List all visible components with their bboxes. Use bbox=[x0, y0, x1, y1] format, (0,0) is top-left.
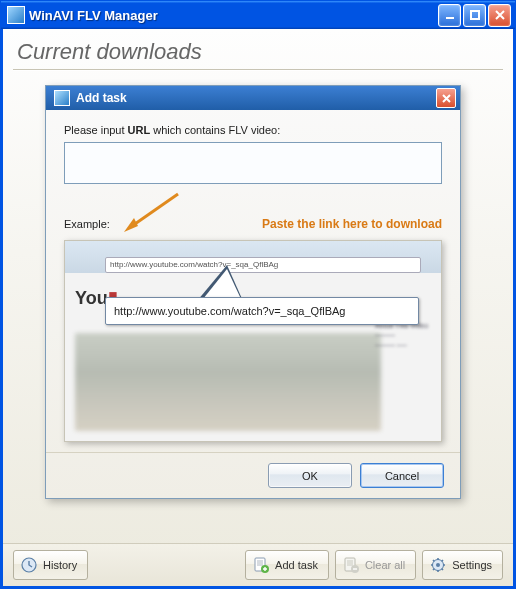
gear-icon bbox=[429, 556, 447, 574]
instruction-pre: Please input bbox=[64, 124, 128, 136]
url-instruction: Please input URL which contains FLV vide… bbox=[64, 124, 442, 136]
divider bbox=[13, 69, 503, 71]
add-task-button[interactable]: Add task bbox=[245, 550, 329, 580]
app-icon bbox=[7, 6, 25, 24]
dialog-body: Please input URL which contains FLV vide… bbox=[46, 110, 460, 452]
example-label: Example: bbox=[64, 218, 110, 230]
close-icon bbox=[442, 94, 451, 103]
dialog-titlebar[interactable]: Add task bbox=[46, 86, 460, 110]
window-title: WinAVI FLV Manager bbox=[29, 8, 436, 23]
history-label: History bbox=[43, 559, 77, 571]
svg-rect-1 bbox=[471, 11, 479, 19]
titlebar[interactable]: WinAVI FLV Manager bbox=[1, 1, 515, 29]
add-task-icon bbox=[252, 556, 270, 574]
clear-all-icon bbox=[342, 556, 360, 574]
instruction-post: which contains FLV video: bbox=[150, 124, 280, 136]
svg-rect-0 bbox=[446, 17, 454, 19]
example-address-bar: http://www.youtube.com/watch?v=_sqa_QflB… bbox=[105, 257, 421, 273]
ok-button[interactable]: OK bbox=[268, 463, 352, 488]
dialog-icon bbox=[54, 90, 70, 106]
content-area: Add task Please input URL which contains… bbox=[3, 81, 513, 543]
history-button[interactable]: History bbox=[13, 550, 88, 580]
example-callout: http://www.youtube.com/watch?v=_sqa_QflB… bbox=[105, 297, 419, 325]
hint-row: Example: Paste the link here to download bbox=[64, 212, 442, 236]
main-window: WinAVI FLV Manager Current downloads Add… bbox=[0, 0, 516, 589]
dialog-title: Add task bbox=[76, 91, 436, 105]
example-image: http://www.youtube.com/watch?v=_sqa_QflB… bbox=[64, 240, 442, 442]
bottom-toolbar: History Add task Clear all Settings bbox=[3, 543, 513, 586]
minimize-icon bbox=[445, 10, 455, 20]
dialog-buttons: OK Cancel bbox=[46, 452, 460, 498]
close-button[interactable] bbox=[488, 4, 511, 27]
maximize-button[interactable] bbox=[463, 4, 486, 27]
arrow-wrap bbox=[116, 212, 256, 236]
cancel-button[interactable]: Cancel bbox=[360, 463, 444, 488]
add-task-dialog: Add task Please input URL which contains… bbox=[45, 85, 461, 499]
arrow-icon bbox=[116, 190, 186, 238]
close-icon bbox=[495, 10, 505, 20]
example-video-area bbox=[75, 333, 381, 431]
hint-text: Paste the link here to download bbox=[262, 217, 442, 231]
dialog-close-button[interactable] bbox=[436, 88, 456, 108]
settings-label: Settings bbox=[452, 559, 492, 571]
minimize-button[interactable] bbox=[438, 4, 461, 27]
callout-url: http://www.youtube.com/watch?v=_sqa_QflB… bbox=[114, 305, 345, 317]
maximize-icon bbox=[470, 10, 480, 20]
page-title: Current downloads bbox=[3, 29, 513, 69]
clear-all-button[interactable]: Clear all bbox=[335, 550, 416, 580]
example-sidebar: About This Video──────── ── bbox=[375, 321, 435, 431]
history-icon bbox=[20, 556, 38, 574]
add-task-label: Add task bbox=[275, 559, 318, 571]
instruction-bold: URL bbox=[128, 124, 151, 136]
svg-point-8 bbox=[436, 563, 440, 567]
settings-button[interactable]: Settings bbox=[422, 550, 503, 580]
client-area: Current downloads Add task Please input … bbox=[1, 29, 515, 588]
url-input[interactable] bbox=[64, 142, 442, 184]
clear-all-label: Clear all bbox=[365, 559, 405, 571]
